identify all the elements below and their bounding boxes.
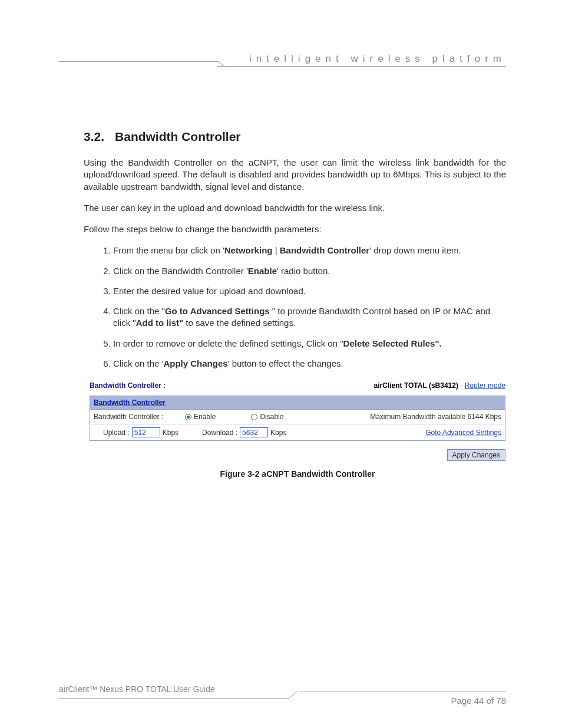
figure-caption: Figure 3-2 aCNPT Bandwidth Controller — [90, 469, 505, 479]
apply-changes-button[interactable]: Apply Changes — [447, 449, 505, 461]
controller-toggle-row: Bandwidth Controller : Enable Disable Ma… — [90, 410, 505, 424]
enable-option[interactable]: Enable — [185, 413, 216, 421]
step-4: Click on the "Go to Advanced Settings " … — [113, 305, 506, 330]
footer-guide-title: airClient™ Nexus PRO TOTAL User Guide — [59, 684, 215, 694]
download-label: Download : — [202, 429, 237, 437]
bandwidth-panel: Bandwidth Controller Bandwidth Controlle… — [90, 396, 505, 441]
advanced-settings-link[interactable]: Goto Advanced Settings — [425, 429, 501, 437]
header-rule-left — [59, 61, 218, 62]
footer-diagonal-icon — [289, 691, 297, 699]
svg-line-1 — [289, 691, 297, 699]
enable-label: Enable — [194, 413, 216, 421]
page-number: Page 44 of 78 — [451, 696, 506, 706]
step-6: Click on the 'Apply Changes' button to e… — [113, 358, 506, 370]
footer-rule-right — [300, 691, 506, 691]
disable-option[interactable]: Disable — [251, 413, 283, 421]
radio-selected-icon — [185, 414, 191, 420]
header-tagline: intelligent wireless platform — [249, 53, 506, 65]
max-bandwidth-text: Maximum Bandwidth available 6144 Kbps — [370, 413, 501, 421]
step-5: In order to remove or delete the defined… — [113, 338, 506, 350]
controller-label: Bandwidth Controller : — [94, 413, 185, 421]
content-area: 3.2.Bandwidth Controller Using the Bandw… — [59, 88, 506, 479]
figure-title: Bandwidth Controller : — [90, 381, 166, 390]
disable-label: Disable — [260, 413, 283, 421]
upload-input[interactable]: 512 — [132, 427, 160, 437]
section-title-text: Bandwidth Controller — [115, 130, 241, 143]
device-name: airClient TOTAL (sB3412) — [374, 381, 458, 390]
section-heading: 3.2.Bandwidth Controller — [84, 130, 506, 144]
steps-list: From the menu bar click on 'Networking |… — [113, 245, 506, 370]
upload-units: Kbps — [163, 429, 178, 437]
figure-top-bar: Bandwidth Controller : airClient TOTAL (… — [90, 381, 505, 390]
radio-unselected-icon — [251, 414, 257, 420]
figure-device-info: airClient TOTAL (sB3412) - Router mode — [374, 381, 505, 390]
router-mode-link[interactable]: Router mode — [465, 381, 505, 390]
apply-row: Apply Changes — [90, 449, 505, 461]
separator-dash: - — [458, 381, 465, 390]
header-rule-right — [217, 66, 506, 67]
step-1: From the menu bar click on 'Networking |… — [113, 245, 506, 256]
step-2: Click on the Bandwidth Controller 'Enabl… — [113, 265, 506, 277]
step-3: Enter the desired value for upload and d… — [113, 285, 506, 297]
figure-screenshot: Bandwidth Controller : airClient TOTAL (… — [90, 381, 505, 479]
panel-heading: Bandwidth Controller — [90, 396, 505, 410]
section-number: 3.2. — [84, 130, 104, 143]
upload-label: Upload : — [103, 429, 130, 437]
page-footer: airClient™ Nexus PRO TOTAL User Guide Pa… — [59, 684, 506, 694]
intro-paragraph-3: Follow the steps below to change the ban… — [84, 223, 506, 235]
bandwidth-values-row: Upload : 512 Kbps Download : 5632 Kbps G… — [90, 424, 505, 440]
footer-rule-left — [59, 698, 289, 699]
intro-paragraph-1: Using the Bandwidth Controller on the aC… — [84, 157, 506, 193]
intro-paragraph-2: The user can key in the upload and downl… — [84, 202, 506, 214]
download-units: Kbps — [270, 429, 286, 437]
download-input[interactable]: 5632 — [240, 427, 268, 437]
